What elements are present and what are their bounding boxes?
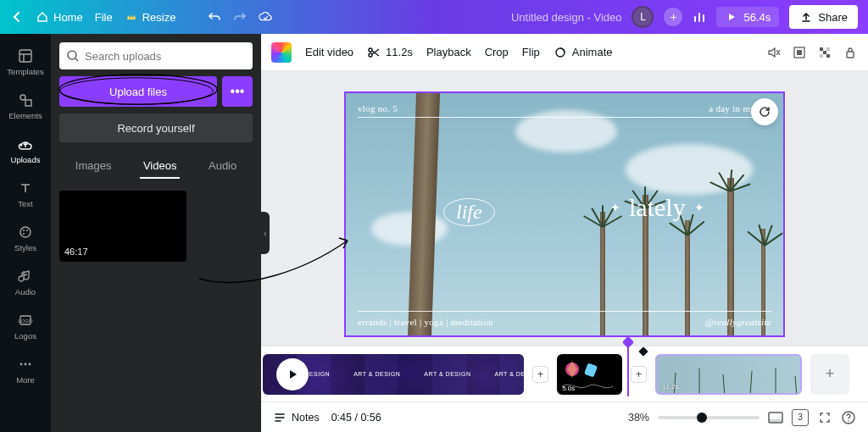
grid-view-icon[interactable] (768, 410, 783, 425)
color-picker-button[interactable] (271, 42, 292, 63)
home-icon (36, 10, 49, 24)
canvas-undo-fab[interactable] (751, 98, 778, 125)
undo-button[interactable] (208, 10, 221, 24)
svg-point-1 (20, 95, 25, 100)
playback-button[interactable]: Playback (426, 46, 471, 58)
canvas[interactable]: vlog no. 5 a day in my life life ✦ latel… (344, 91, 785, 337)
text-icon (17, 180, 34, 197)
upload-video-thumbnail[interactable]: 46:17 (59, 191, 186, 262)
play-icon (287, 368, 298, 380)
cloud-sync-button[interactable] (259, 10, 272, 24)
overlay-bottom-left[interactable]: errands | travel | yoga | meditation (358, 317, 493, 327)
plus-icon: + (826, 365, 835, 383)
tab-audio[interactable]: Audio (205, 154, 240, 179)
share-button[interactable]: Share (789, 5, 858, 29)
palm-fronds (738, 212, 785, 246)
slider-knob[interactable] (697, 413, 707, 423)
upload-files-button[interactable]: Upload files (59, 76, 217, 107)
overlay-top-left[interactable]: vlog no. 5 (358, 103, 398, 114)
timeline-clip-2[interactable]: 5.0s (557, 354, 622, 395)
rail-text[interactable]: Text (0, 174, 51, 213)
search-input[interactable] (85, 50, 246, 63)
overlay-life[interactable]: life (443, 198, 495, 226)
zoom-slider[interactable] (658, 416, 760, 419)
timeline-playhead[interactable] (627, 340, 629, 396)
avatar[interactable]: L (632, 6, 654, 28)
rail-styles[interactable]: Styles (0, 219, 51, 258)
pages-button[interactable]: 3 (792, 409, 809, 426)
divider-line (358, 311, 771, 312)
notes-label: Notes (292, 412, 320, 424)
notes-button[interactable]: Notes (273, 411, 320, 424)
svg-point-4 (23, 230, 25, 231)
timecode: 0:45 / 0:56 (331, 412, 381, 424)
svg-point-15 (369, 48, 372, 52)
rail-elements[interactable]: Elements (0, 86, 51, 125)
upload-more-button[interactable]: ••• (222, 76, 253, 107)
add-page-button[interactable]: + (810, 354, 849, 395)
zoom-percent: 38% (628, 412, 649, 424)
more-icon (17, 356, 34, 373)
add-clip-button[interactable]: + (532, 366, 548, 383)
svg-point-38 (848, 420, 849, 422)
document-title[interactable]: Untitled design - Video (511, 11, 622, 24)
timeline-clip-3[interactable]: 11.2s (655, 354, 802, 395)
file-menu[interactable]: File (95, 11, 113, 24)
svg-rect-27 (584, 363, 598, 377)
tab-images[interactable]: Images (72, 154, 115, 179)
transparency-icon[interactable] (817, 45, 832, 60)
canvas-wrap: ••• (261, 71, 868, 346)
trim-button[interactable]: 11.2s (367, 46, 413, 59)
lock-icon[interactable] (843, 45, 858, 60)
upload-label: Upload files (109, 86, 167, 98)
preview-button[interactable]: 56.4s (716, 7, 779, 27)
play-icon (725, 10, 738, 24)
uploads-panel: Upload files ••• Record yourself Images … (51, 34, 261, 432)
add-clip-button[interactable]: + (631, 366, 647, 383)
resize-button[interactable]: Resize (125, 10, 176, 24)
svg-point-3 (20, 227, 31, 237)
flip-button[interactable]: Flip (522, 46, 540, 58)
tab-videos[interactable]: Videos (140, 154, 181, 179)
overlay-bottom-right[interactable]: @reallygreatsite (705, 317, 771, 327)
svg-rect-19 (797, 50, 802, 55)
undo-icon (208, 10, 221, 24)
home-button[interactable]: Home (36, 10, 83, 24)
rail-label: Logos (14, 331, 36, 341)
crop-label: Crop (485, 46, 509, 58)
side-rail: Templates Elements Uploads Text Styles A… (0, 34, 51, 432)
rail-more[interactable]: More (0, 351, 51, 390)
record-yourself-button[interactable]: Record yourself (59, 114, 253, 142)
star-icon: ✦ (610, 201, 620, 214)
insights-button[interactable] (693, 10, 706, 24)
pages-count: 3 (798, 413, 803, 422)
overlay-lately: lately (629, 193, 686, 222)
overlay-lately-group[interactable]: ✦ lately ✦ (610, 193, 704, 222)
timeline: ART & DESIGN ART & DESIGN ART & DESIGN A… (261, 346, 868, 402)
redo-button[interactable] (233, 10, 247, 24)
redo-icon (233, 10, 247, 24)
animate-button[interactable]: Animate (554, 46, 613, 59)
timeline-play-button[interactable] (276, 358, 309, 390)
palm-trunk (727, 178, 734, 337)
rail-audio[interactable]: Audio (0, 263, 51, 302)
clip1-label: ART & DESIGN (494, 371, 523, 377)
fullscreen-icon[interactable] (817, 410, 832, 425)
flip-label: Flip (522, 46, 540, 58)
position-icon[interactable] (792, 45, 807, 60)
rail-logos[interactable]: LOGO Logos (0, 307, 51, 346)
trim-duration: 11.2s (386, 46, 413, 58)
edit-video-button[interactable]: Edit video (305, 46, 353, 58)
svg-rect-2 (25, 100, 31, 106)
add-member-button[interactable]: + (664, 8, 682, 26)
logos-icon: LOGO (17, 312, 34, 329)
search-uploads[interactable] (59, 42, 253, 69)
back-button[interactable] (10, 10, 24, 24)
mute-icon[interactable] (766, 45, 782, 60)
help-icon[interactable] (841, 410, 856, 425)
crop-button[interactable]: Crop (485, 46, 509, 58)
plus-icon: + (537, 368, 544, 380)
bar-chart-icon (693, 10, 706, 24)
rail-uploads[interactable]: Uploads (0, 130, 51, 169)
rail-templates[interactable]: Templates (0, 42, 51, 81)
